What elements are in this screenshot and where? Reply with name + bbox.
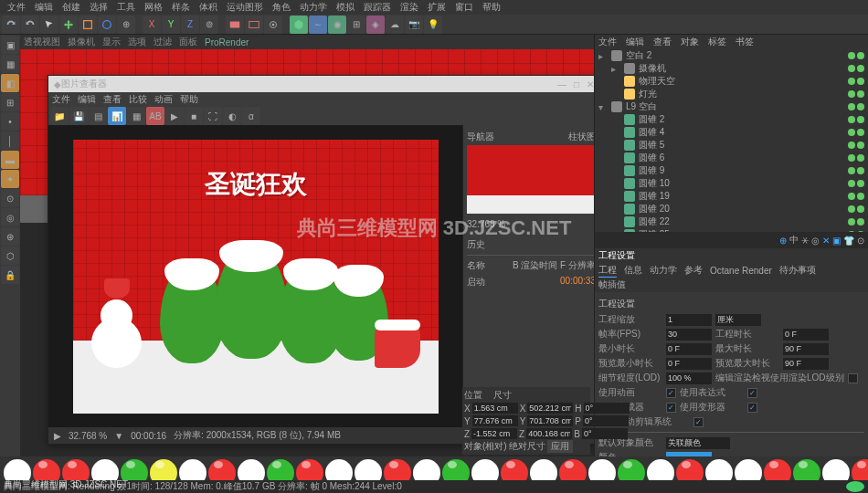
object-row[interactable]: 圆锥 9 [595,164,868,177]
mode-icon[interactable]: ⊙ [857,236,864,246]
lod-input[interactable] [666,372,712,384]
menu-item[interactable]: 帮助 [479,1,504,14]
menu-item[interactable]: 运动图形 [223,1,267,14]
pv-filter-icon[interactable]: ▤ [89,107,107,125]
rot-b[interactable] [582,428,628,439]
menu-item[interactable]: 渲染 [397,1,422,14]
menu-item[interactable]: 模拟 [333,1,358,14]
object-manager[interactable]: ▸空白 2▸摄像机物理天空灯光▾L9 空白圆锥 2圆锥 4圆锥 5圆锥 6圆锥 … [595,49,868,232]
size-y[interactable] [527,415,573,426]
rot-p[interactable] [583,415,629,426]
rotate-icon[interactable] [98,16,116,34]
object-row[interactable]: 灯光 [595,88,868,100]
nurbs-icon[interactable]: ◉ [328,16,346,34]
object-row[interactable]: 圆锥 10 [595,177,868,190]
menu-item[interactable]: 样条 [168,1,194,14]
pv-nav-icon[interactable]: ▦ [127,107,145,125]
undo-icon[interactable] [2,16,20,34]
attr-tab[interactable]: 工程 [598,264,617,278]
fps-input[interactable] [666,329,712,341]
pv-stop-icon[interactable]: ■ [185,107,203,125]
render-view[interactable]: 圣诞狂欢 [48,125,462,427]
om-tab[interactable]: 书签 [736,36,754,48]
pv-save-icon[interactable]: 💾 [69,107,88,125]
menu-item[interactable]: 角色 [269,1,294,14]
mode-icon[interactable]: ◎ [811,236,820,246]
pos-z[interactable] [471,428,517,439]
max-input[interactable] [783,343,829,355]
motion-check[interactable] [693,417,704,427]
viewport-tab[interactable]: 选项 [128,36,146,48]
env-icon[interactable]: ☁ [386,16,404,34]
move-icon[interactable] [59,16,78,34]
om-tab[interactable]: 文件 [598,36,617,48]
object-row[interactable]: 圆锥 19 [595,190,868,203]
mode-icon[interactable]: ✕ [822,236,830,246]
cube-icon[interactable] [290,16,308,34]
tab-project[interactable]: 工程设置 [598,249,635,262]
attr-tab[interactable]: Octane Render [710,266,772,276]
menu-item[interactable]: 文件 [4,1,29,14]
size-z[interactable] [526,428,572,439]
defcolor-input[interactable] [666,437,730,449]
object-row[interactable]: 圆锥 20 [595,203,868,215]
pv-menu-item[interactable]: 文件 [52,93,70,106]
menu-item[interactable]: 选择 [86,1,111,14]
workplane-icon[interactable]: ⊞ [1,93,19,111]
close-icon[interactable]: ✕ [587,79,594,89]
pv-menu-item[interactable]: 帮助 [180,93,198,106]
om-tab[interactable]: 查看 [653,36,672,48]
scale-icon[interactable] [79,16,97,34]
gen-check[interactable] [666,403,676,413]
object-row[interactable]: 圆锥 22 [595,215,868,228]
texture-icon[interactable]: ◧ [1,74,19,92]
camera-icon[interactable]: 📷 [405,16,423,34]
xaxis-icon[interactable]: X [143,16,161,34]
generator-icon[interactable]: ⊞ [347,16,365,34]
menu-item[interactable]: 动力学 [296,1,331,14]
render-settings-icon[interactable] [264,16,282,34]
menu-item[interactable]: 工具 [113,1,139,14]
light-icon[interactable]: 💡 [424,16,442,34]
object-row[interactable]: 圆锥 6 [595,152,868,164]
anim-check[interactable] [666,388,676,398]
pv-alpha-icon[interactable]: α [242,107,260,125]
snap2-icon[interactable]: ⊛ [1,227,19,246]
attr-tab[interactable]: 参考 [684,264,703,277]
deform-check[interactable] [747,403,757,413]
redo-icon[interactable] [21,16,39,34]
axis-icon[interactable]: ✦ [1,170,19,188]
pv-play-icon[interactable]: ▶ [165,107,184,125]
proj-time-input[interactable] [783,329,829,341]
om-tab[interactable]: 对象 [681,36,699,48]
pv-menu-item[interactable]: 编辑 [78,93,96,106]
menu-item[interactable]: 网格 [141,1,166,14]
viewport-tab[interactable]: 显示 [102,36,121,48]
pv-menu-item[interactable]: 动画 [154,93,173,106]
select-icon[interactable] [40,16,58,34]
menu-item[interactable]: 扩展 [424,1,450,14]
pv-histogram-icon[interactable]: 📊 [108,107,126,125]
tweak-icon[interactable]: ⊙ [1,189,19,207]
min-input[interactable] [666,343,712,355]
object-row[interactable]: ▸摄像机 [595,62,868,75]
render-icon[interactable] [226,16,244,34]
menu-item[interactable]: 窗口 [451,1,477,14]
edge-icon[interactable]: │ [1,131,19,150]
mode-icon[interactable]: 中 [789,234,799,246]
yaxis-icon[interactable]: Y [162,16,180,34]
object-row[interactable]: 圆锥 4 [595,126,868,139]
maximize-icon[interactable]: □ [574,79,579,89]
lod-check[interactable] [848,373,858,383]
menu-item[interactable]: 跟踪器 [360,1,395,14]
object-row[interactable]: 圆锥 5 [595,139,868,152]
wp-icon[interactable]: ⬡ [1,246,19,265]
object-row[interactable]: ▾L9 空白 [595,100,868,113]
render-region-icon[interactable] [245,16,263,34]
editable-icon[interactable]: ▣ [1,36,19,54]
spline-icon[interactable]: ～ [309,16,327,34]
mode-icon[interactable]: ▣ [832,236,841,246]
om-tab[interactable]: 标签 [708,36,726,48]
coord-icon[interactable]: ⊚ [200,16,218,34]
viewport-tab[interactable]: 摄像机 [68,36,95,48]
